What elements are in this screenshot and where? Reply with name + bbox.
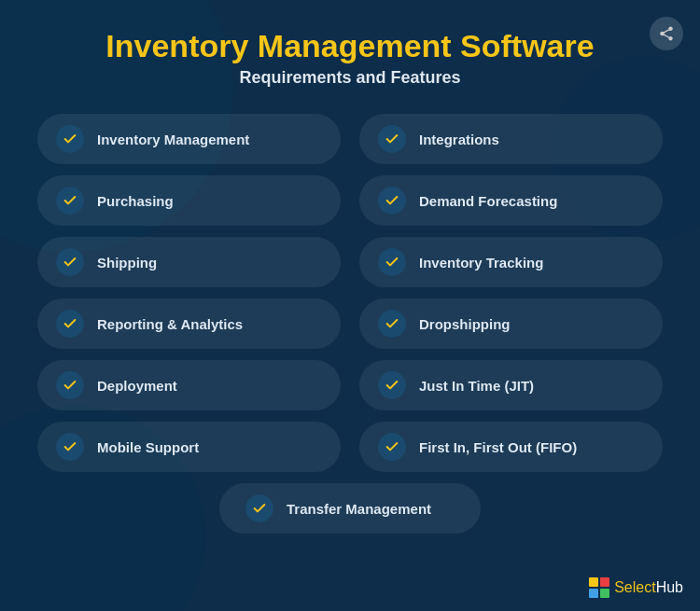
feature-label-just-in-time: Just In Time (JIT) xyxy=(419,378,534,394)
check-icon-reporting-analytics xyxy=(56,310,84,338)
feature-item-inventory-management: Inventory Management xyxy=(37,114,341,164)
feature-item-transfer-management: Transfer Management xyxy=(219,483,481,534)
share-button[interactable] xyxy=(650,17,683,50)
feature-item-integrations: Integrations xyxy=(359,114,663,164)
feature-item-purchasing: Purchasing xyxy=(37,175,341,226)
feature-label-mobile-support: Mobile Support xyxy=(97,439,199,455)
check-icon-purchasing xyxy=(56,187,84,215)
logo-hub: Hub xyxy=(656,579,683,595)
feature-item-shipping: Shipping xyxy=(37,237,341,287)
feature-item-just-in-time: Just In Time (JIT) xyxy=(359,360,663,410)
check-icon-just-in-time xyxy=(378,371,406,399)
feature-item-fifo: First In, First Out (FIFO) xyxy=(359,422,663,472)
check-icon-demand-forecasting xyxy=(378,187,406,215)
svg-rect-2 xyxy=(589,589,598,598)
feature-item-inventory-tracking: Inventory Tracking xyxy=(359,237,663,287)
feature-item-dropshipping: Dropshipping xyxy=(359,299,663,349)
logo-text: SelectHub xyxy=(614,579,683,596)
features-grid: Inventory Management Integrations Purcha… xyxy=(37,114,663,472)
svg-rect-3 xyxy=(600,589,609,598)
check-icon-inventory-management xyxy=(56,125,84,153)
feature-label-purchasing: Purchasing xyxy=(97,193,174,209)
svg-rect-1 xyxy=(600,577,609,587)
svg-rect-0 xyxy=(589,577,598,587)
feature-label-fifo: First In, First Out (FIFO) xyxy=(419,439,577,455)
bottom-row: Transfer Management xyxy=(37,483,663,534)
header: Inventory Management Software Requiremen… xyxy=(37,28,663,88)
check-icon-shipping xyxy=(56,248,84,276)
feature-item-reporting-analytics: Reporting & Analytics xyxy=(37,299,341,349)
feature-label-inventory-management: Inventory Management xyxy=(97,132,249,147)
main-title: Inventory Management Software xyxy=(37,28,663,64)
feature-item-demand-forecasting: Demand Forecasting xyxy=(359,175,663,226)
logo-select: Select xyxy=(614,579,655,595)
check-icon-integrations xyxy=(378,125,406,153)
feature-label-inventory-tracking: Inventory Tracking xyxy=(419,255,543,271)
feature-label-dropshipping: Dropshipping xyxy=(419,316,511,332)
sub-title: Requirements and Features xyxy=(37,68,663,88)
selecthub-logo: SelectHub xyxy=(589,577,683,598)
feature-label-demand-forecasting: Demand Forecasting xyxy=(419,193,557,209)
check-icon-transfer-management xyxy=(245,494,273,522)
feature-label-integrations: Integrations xyxy=(419,132,499,147)
check-icon-fifo xyxy=(378,433,406,461)
feature-label-reporting-analytics: Reporting & Analytics xyxy=(97,316,243,332)
check-icon-mobile-support xyxy=(56,433,84,461)
feature-item-mobile-support: Mobile Support xyxy=(37,422,341,472)
feature-label-transfer-management: Transfer Management xyxy=(287,501,431,517)
feature-label-shipping: Shipping xyxy=(97,255,157,271)
check-icon-deployment xyxy=(56,371,84,399)
feature-label-deployment: Deployment xyxy=(97,378,177,394)
check-icon-inventory-tracking xyxy=(378,248,406,276)
feature-item-deployment: Deployment xyxy=(37,360,341,410)
check-icon-dropshipping xyxy=(378,310,406,338)
